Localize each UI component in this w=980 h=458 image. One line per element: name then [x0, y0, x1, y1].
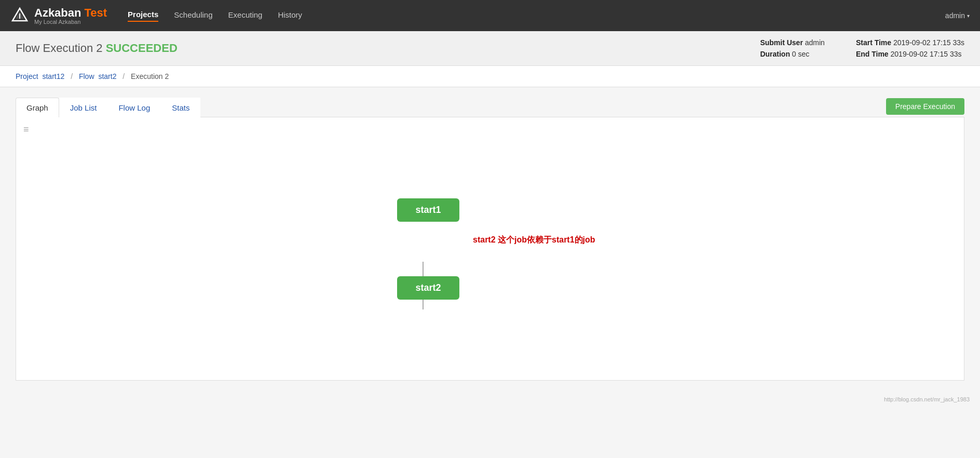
graph-node-start1[interactable]: start1 [397, 198, 459, 222]
prepare-execution-button[interactable]: Prepare Execution [886, 98, 964, 115]
info-bar: Flow Execution 2 SUCCEEDED Submit User a… [0, 31, 980, 66]
duration: Duration 0 sec [760, 50, 825, 58]
main-content: Graph Job List Flow Log Stats Prepare Ex… [0, 87, 980, 391]
execution-meta: Submit User admin Duration 0 sec Start T… [760, 38, 964, 58]
breadcrumb-sep-1: / [71, 72, 73, 80]
footer-text: http://blog.csdn.net/mr_jack_1983 [884, 396, 970, 402]
breadcrumb-project-value[interactable]: start12 [42, 72, 64, 80]
nav-scheduling[interactable]: Scheduling [174, 10, 212, 21]
end-time: End Time 2019-09-02 17:15 33s [856, 50, 964, 58]
graph-node-start2[interactable]: start2 [397, 276, 459, 300]
start-time-value: 2019-09-02 17:15 33s [893, 38, 964, 47]
graph-menu-icon[interactable]: ≡ [23, 125, 957, 134]
brand-text: AzkabanTest My Local Azkaban [34, 6, 107, 25]
duration-value: 0 sec [792, 50, 809, 58]
navbar: AzkabanTest My Local Azkaban Projects Sc… [0, 0, 980, 31]
tab-stats[interactable]: Stats [161, 98, 200, 117]
graph-annotation: start2 这个job依赖于start1的job [473, 235, 595, 246]
end-time-label: End Time [856, 50, 889, 58]
user-menu[interactable]: admin ▾ [945, 11, 970, 20]
brand: AzkabanTest My Local Azkaban [10, 6, 107, 25]
graph-canvas: start1 start2 start2 这个job依赖于start1的job [21, 136, 959, 375]
start-time: Start Time 2019-09-02 17:15 33s [856, 38, 964, 47]
meta-left: Submit User admin Duration 0 sec [760, 38, 825, 58]
breadcrumb-flow-label[interactable]: Flow [79, 72, 94, 80]
submit-user-label: Submit User [760, 38, 802, 47]
breadcrumb-execution: Execution 2 [131, 72, 169, 80]
azkaban-logo [10, 6, 29, 25]
breadcrumb: Project start12 / Flow start2 / Executio… [0, 66, 980, 87]
breadcrumb-sep-2: / [122, 72, 125, 80]
tabs-row: Graph Job List Flow Log Stats Prepare Ex… [16, 98, 964, 117]
meta-right: Start Time 2019-09-02 17:15 33s End Time… [856, 38, 964, 58]
tab-flow-log[interactable]: Flow Log [107, 98, 161, 117]
execution-status: SUCCEEDED [106, 42, 178, 55]
breadcrumb-project-label[interactable]: Project [16, 72, 38, 80]
execution-title: Flow Execution 2 SUCCEEDED [16, 42, 760, 55]
end-time-value: 2019-09-02 17:15 33s [891, 50, 962, 58]
brand-name: Azkaban [34, 6, 81, 19]
submit-user-value: admin [805, 38, 825, 47]
page-footer: http://blog.csdn.net/mr_jack_1983 [0, 391, 980, 408]
tab-job-list[interactable]: Job List [59, 98, 108, 117]
execution-title-prefix: Flow Execution 2 [16, 42, 103, 55]
nav-executing[interactable]: Executing [228, 10, 263, 21]
tab-graph[interactable]: Graph [16, 98, 59, 117]
graph-panel: ≡ start1 start2 start2 这个job依赖于start1的jo… [16, 117, 964, 381]
start-time-label: Start Time [856, 38, 891, 47]
nav-projects[interactable]: Projects [128, 10, 158, 22]
breadcrumb-flow-value[interactable]: start2 [98, 72, 116, 80]
submit-user: Submit User admin [760, 38, 825, 47]
nav-links: Projects Scheduling Executing History [128, 10, 945, 22]
duration-label: Duration [760, 50, 790, 58]
admin-label: admin [945, 11, 965, 20]
dropdown-arrow-icon: ▾ [967, 13, 970, 19]
brand-test: Test [84, 6, 107, 19]
brand-sub: My Local Azkaban [34, 19, 107, 25]
nav-history[interactable]: History [278, 10, 302, 21]
